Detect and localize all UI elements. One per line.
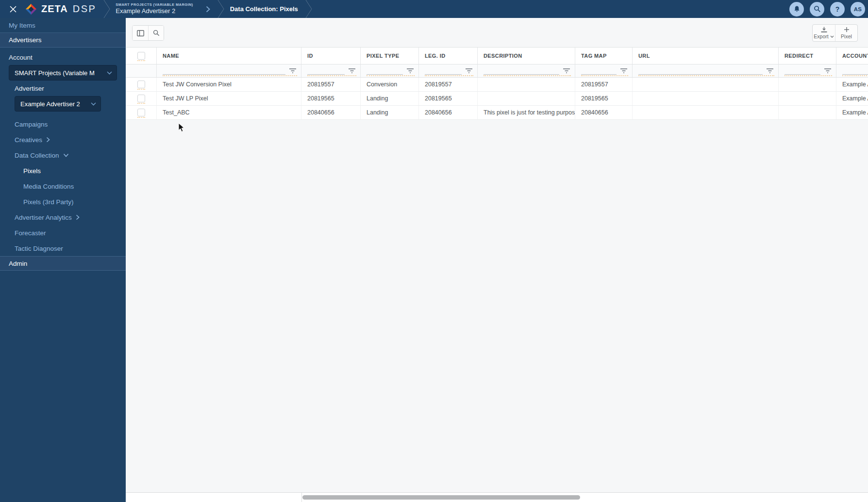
filter-input-url[interactable] xyxy=(638,67,763,75)
caret-down-icon xyxy=(830,35,834,38)
add-pixel-button[interactable]: Pixel xyxy=(835,25,857,41)
cell-redirect xyxy=(779,92,836,105)
scrollbar-thumb[interactable] xyxy=(302,495,580,500)
chevron-down-icon xyxy=(107,71,112,75)
filter-cell-name xyxy=(157,65,301,77)
filter-input-tag-map[interactable] xyxy=(581,67,617,75)
filter-cell-tag-map xyxy=(575,65,633,77)
cell-url xyxy=(633,92,779,105)
sidebar-item-creatives[interactable]: Creatives xyxy=(0,132,126,147)
cell-tag-map: 20819565 xyxy=(575,92,633,105)
column-header-id[interactable]: ID xyxy=(301,48,361,64)
filter-icon[interactable] xyxy=(563,68,570,74)
advertiser-select[interactable]: Example Advertiser 2 xyxy=(15,96,101,112)
global-search-button[interactable] xyxy=(810,2,824,16)
brand-name: ZETA xyxy=(41,3,68,15)
breadcrumb-expand-icon[interactable] xyxy=(206,6,210,13)
notifications-button[interactable] xyxy=(789,2,804,16)
filter-input-name[interactable] xyxy=(163,67,285,75)
sidebar-section-admin[interactable]: Admin xyxy=(0,256,126,271)
filter-cell-description xyxy=(478,65,575,77)
table-row[interactable]: Test JW LP Pixel 20819565 Landing 208195… xyxy=(126,92,868,106)
filter-input-account[interactable] xyxy=(842,67,868,75)
action-buttons: Export Pixel xyxy=(812,24,858,42)
column-header-url[interactable]: URL xyxy=(633,48,779,64)
sidebar-nav: Campaigns Creatives Data Collection Pixe… xyxy=(0,116,126,256)
sidebar-item-campaigns[interactable]: Campaigns xyxy=(0,116,126,132)
account-select-value: SMART Projects (Variable M xyxy=(15,69,95,77)
sidebar-item-media-conditions[interactable]: Media Conditions xyxy=(0,178,126,194)
filter-input-id[interactable] xyxy=(307,67,345,75)
chevron-right-icon xyxy=(76,214,80,220)
help-button[interactable]: ? xyxy=(830,2,845,16)
breadcrumb-advertiser-name: Example Advertiser 2 xyxy=(116,7,193,16)
column-header-tag-map[interactable]: TAG MAP xyxy=(575,48,633,64)
column-header-name[interactable]: NAME xyxy=(157,48,301,64)
sidebar-item-advertiser-analytics[interactable]: Advertiser Analytics xyxy=(0,210,126,225)
cell-leg-id: 20819557 xyxy=(419,78,478,91)
cell-leg-id: 20840656 xyxy=(419,106,478,119)
cell-redirect xyxy=(779,78,836,91)
export-button[interactable]: Export xyxy=(813,25,835,41)
pixels-table: NAME ID PIXEL TYPE LEG. ID DESCRIPTION T… xyxy=(126,47,868,120)
sidebar-item-my-items[interactable]: My Items xyxy=(0,18,126,33)
topbar-actions: ? AS xyxy=(789,2,865,16)
filter-cell-leg-id xyxy=(419,65,478,77)
filter-input-description[interactable] xyxy=(484,67,559,75)
filter-icon[interactable] xyxy=(406,68,414,74)
row-checkbox[interactable] xyxy=(137,109,145,116)
download-icon xyxy=(820,27,828,32)
select-all-checkbox[interactable] xyxy=(137,52,145,60)
horizontal-scrollbar[interactable] xyxy=(126,492,868,502)
breadcrumb-advertiser[interactable]: SMART PROJECTS (VARIABLE MARGIN) Example… xyxy=(116,2,193,16)
cell-id: 20819565 xyxy=(301,92,361,105)
sidebar-section-advertisers[interactable]: Advertisers xyxy=(0,33,126,48)
column-header-leg-id[interactable]: LEG. ID xyxy=(419,48,478,64)
grid-toolbar xyxy=(132,25,164,41)
column-header-account[interactable]: ACCOUNT xyxy=(836,48,868,64)
sidebar-item-data-collection[interactable]: Data Collection xyxy=(0,147,126,163)
table-header-row: NAME ID PIXEL TYPE LEG. ID DESCRIPTION T… xyxy=(126,48,868,65)
sidebar-item-forecaster[interactable]: Forecaster xyxy=(0,225,126,241)
user-avatar[interactable]: AS xyxy=(851,2,865,16)
filter-icon[interactable] xyxy=(824,68,832,74)
table-row[interactable]: Test_ABC 20840656 Landing 20840656 This … xyxy=(126,106,868,120)
filter-icon[interactable] xyxy=(348,68,356,74)
filter-input-redirect[interactable] xyxy=(785,67,820,75)
filter-icon[interactable] xyxy=(465,68,473,74)
cell-url xyxy=(633,106,779,119)
filter-cell-url xyxy=(633,65,779,77)
column-settings-button[interactable] xyxy=(133,26,148,40)
account-select[interactable]: SMART Projects (Variable M xyxy=(9,65,117,81)
cell-pixel-type: Landing xyxy=(361,92,419,105)
select-all-cell xyxy=(126,48,157,64)
cell-account: Example A xyxy=(836,106,868,119)
cell-account: Example A xyxy=(836,92,868,105)
filter-cell-redirect xyxy=(779,65,836,77)
cell-redirect xyxy=(779,106,836,119)
table-search-button[interactable] xyxy=(148,26,164,40)
chevron-right-icon xyxy=(46,137,50,143)
scrollbar-divider xyxy=(301,493,302,502)
row-checkbox[interactable] xyxy=(137,81,145,88)
filter-icon[interactable] xyxy=(766,68,774,74)
sidebar-item-tactic-diagnoser[interactable]: Tactic Diagnoser xyxy=(0,241,126,256)
zeta-logo-icon xyxy=(25,3,37,16)
filter-icon[interactable] xyxy=(620,68,628,74)
column-header-redirect[interactable]: REDIRECT xyxy=(779,48,836,64)
table-row[interactable]: Test JW Conversion Pixel 20819557 Conver… xyxy=(126,78,868,92)
sidebar-item-pixels-3rd-party[interactable]: Pixels (3rd Party) xyxy=(0,194,126,210)
filter-icon[interactable] xyxy=(289,68,297,74)
cell-name: Test JW Conversion Pixel xyxy=(157,78,301,91)
cell-id: 20840656 xyxy=(301,106,361,119)
breadcrumb-separator-icon xyxy=(103,0,110,18)
filter-input-leg-id[interactable] xyxy=(425,67,462,75)
row-checkbox[interactable] xyxy=(137,95,145,102)
cell-name: Test JW LP Pixel xyxy=(157,92,301,105)
breadcrumb-current-page[interactable]: Data Collection: Pixels xyxy=(230,5,298,13)
column-header-pixel-type[interactable]: PIXEL TYPE xyxy=(361,48,419,64)
sidebar-item-pixels[interactable]: Pixels xyxy=(0,163,126,178)
filter-input-pixel-type[interactable] xyxy=(367,67,403,75)
close-icon[interactable] xyxy=(8,4,18,15)
column-header-description[interactable]: DESCRIPTION xyxy=(478,48,575,64)
